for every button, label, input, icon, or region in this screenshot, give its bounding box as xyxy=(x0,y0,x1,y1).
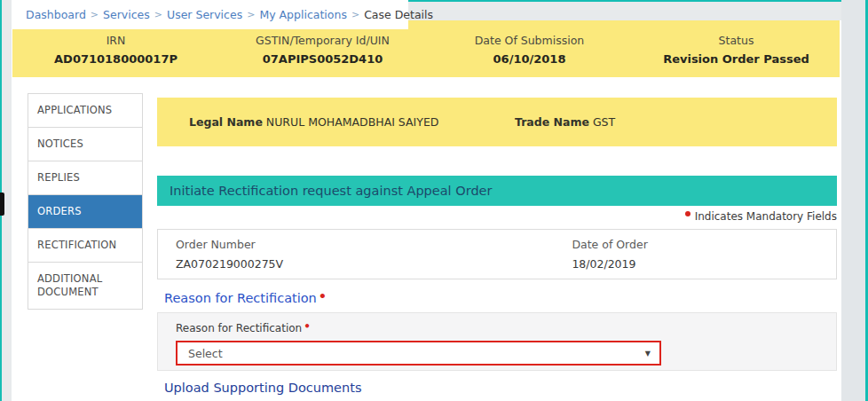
chevron-separator-icon: > xyxy=(247,9,255,20)
case-sidebar: APPLICATIONS NOTICES REPLIES ORDERS RECT… xyxy=(28,93,143,310)
mandatory-dot-icon: • xyxy=(304,320,311,333)
order-number-label: Order Number xyxy=(176,238,572,251)
breadcrumb-link-services[interactable]: Services xyxy=(103,8,150,21)
field-label: Status xyxy=(719,34,754,47)
taxpayer-name-band: Legal Name NURUL MOHAMADBHAI SAIYED Trad… xyxy=(157,98,837,146)
field-label: IRN xyxy=(107,34,126,47)
chevron-separator-icon: > xyxy=(91,9,99,20)
breadcrumb: Dashboard > Services > User Services > M… xyxy=(12,0,408,29)
chevron-down-icon: ▼ xyxy=(645,350,651,358)
reason-field-panel: Reason for Rectification• Select ▼ xyxy=(157,312,837,371)
mandatory-note-text: Indicates Mandatory Fields xyxy=(695,210,837,223)
reason-heading-text: Reason for Rectification xyxy=(164,291,317,305)
upload-section-heading: Upload Supporting Documents xyxy=(164,381,361,395)
order-date-cell: Date of Order 18/02/2019 xyxy=(572,238,836,279)
field-label: Date Of Submission xyxy=(475,34,585,47)
legal-name-label: Legal Name xyxy=(189,115,263,129)
chevron-separator-icon: > xyxy=(154,9,162,20)
field-label: GSTIN/Temporary Id/UIN xyxy=(256,34,390,47)
scrollbar-gutter xyxy=(841,0,865,401)
reason-section-heading: Reason for Rectification• xyxy=(164,289,327,305)
order-info-panel: Order Number ZA070219000275V Date of Ord… xyxy=(157,229,837,279)
trade-name-cell: Trade Name GST xyxy=(497,115,837,129)
status-badge: Revision Order Passed xyxy=(663,52,809,66)
legal-name-value: NURUL MOHAMADBHAI SAIYED xyxy=(266,115,439,129)
order-number-cell: Order Number ZA070219000275V xyxy=(176,238,572,279)
reason-select[interactable]: Select ▼ xyxy=(176,341,661,366)
breadcrumb-current: Case Details xyxy=(364,8,433,21)
case-field-status: Status Revision Order Passed xyxy=(633,20,840,77)
breadcrumb-link-dashboard[interactable]: Dashboard xyxy=(26,8,86,21)
section-title-banner: Initiate Rectification request against A… xyxy=(157,176,837,206)
left-edge-handle[interactable] xyxy=(0,193,4,216)
case-details-page: Dashboard > Services > User Services > M… xyxy=(0,0,868,401)
order-date-label: Date of Order xyxy=(572,238,836,251)
field-value: AD071018000017P xyxy=(54,52,178,66)
order-date-value: 18/02/2019 xyxy=(572,257,836,271)
breadcrumb-link-my-applications[interactable]: My Applications xyxy=(259,8,347,21)
sidebar-item-applications[interactable]: APPLICATIONS xyxy=(28,94,142,128)
mandatory-fields-note: Indicates Mandatory Fields xyxy=(157,210,837,224)
reason-field-label-text: Reason for Rectification xyxy=(176,322,302,334)
reason-select-value: Select xyxy=(188,347,645,360)
sidebar-item-orders[interactable]: ORDERS xyxy=(28,195,142,229)
trade-name-value: GST xyxy=(593,115,615,129)
chevron-separator-icon: > xyxy=(351,9,359,20)
case-field-date-of-submission: Date Of Submission 06/10/2018 xyxy=(426,20,633,77)
sidebar-item-additional-document[interactable]: ADDITIONAL DOCUMENT xyxy=(28,263,142,309)
reason-field-label: Reason for Rectification• xyxy=(176,320,836,334)
field-value: 07APIPS0052D410 xyxy=(263,52,383,66)
field-value: 06/10/2018 xyxy=(493,52,566,66)
breadcrumb-link-user-services[interactable]: User Services xyxy=(167,8,242,21)
mandatory-dot-icon: • xyxy=(319,289,327,303)
sidebar-item-replies[interactable]: REPLIES xyxy=(28,161,142,195)
legal-name-cell: Legal Name NURUL MOHAMADBHAI SAIYED xyxy=(157,115,497,129)
trade-name-label: Trade Name xyxy=(515,115,589,129)
sidebar-item-notices[interactable]: NOTICES xyxy=(28,128,142,161)
order-number-value: ZA070219000275V xyxy=(176,257,572,271)
sidebar-item-rectification[interactable]: RECTIFICATION xyxy=(28,229,142,263)
mandatory-dot-icon xyxy=(685,211,690,216)
